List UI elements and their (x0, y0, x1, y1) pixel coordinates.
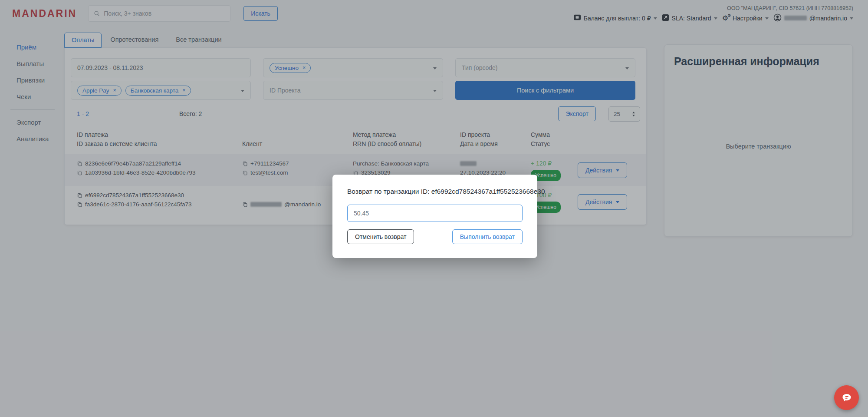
refund-modal-title: Возврат по транзакции ID: ef6992cd785243… (347, 188, 523, 195)
chat-widget-button[interactable] (834, 385, 859, 410)
refund-amount-input[interactable] (347, 205, 523, 222)
chat-bubble-icon (841, 392, 853, 404)
refund-modal: Возврат по транзакции ID: ef6992cd785243… (332, 175, 537, 258)
cancel-refund-button[interactable]: Отменить возврат (347, 229, 414, 244)
confirm-refund-button[interactable]: Выполнить возврат (452, 229, 523, 244)
page: MANDARIN Искать ООО "МАНДАРИН", CID 5762… (0, 0, 868, 417)
